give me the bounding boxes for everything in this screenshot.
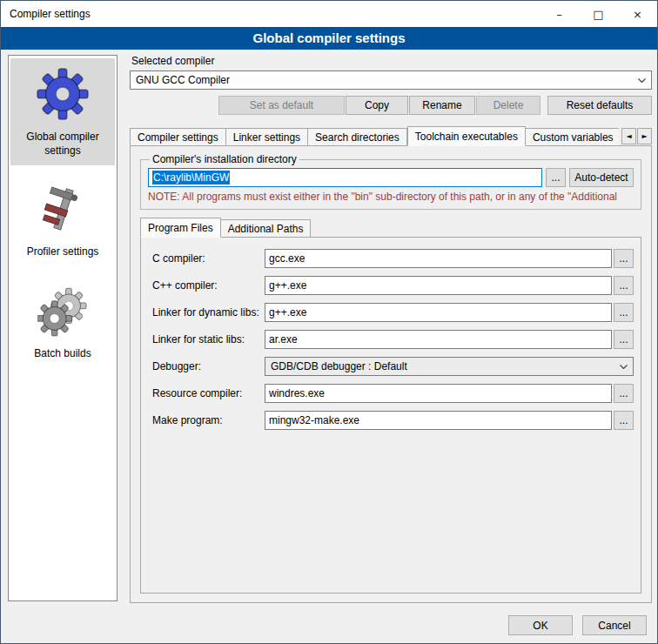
make-program-browse-button[interactable]: ... [614,411,634,430]
c-compiler-browse-button[interactable]: ... [614,249,634,268]
close-button[interactable]: × [618,1,657,27]
debugger-value: GDB/CDB debugger : Default [271,360,615,372]
minimize-button[interactable]: – [540,1,579,27]
reset-defaults-button[interactable]: Reset defaults [547,96,652,115]
blue-gear-icon [36,67,90,121]
tab-linker-settings[interactable]: Linker settings [226,128,308,146]
profiler-clamp-icon [37,185,88,236]
make-program-row: Make program: mingw32-make.exe ... [152,411,634,430]
tab-custom-variables[interactable]: Custom variables [526,128,619,146]
debugger-row: Debugger: GDB/CDB debugger : Default [152,357,634,376]
static-linker-browse-button[interactable]: ... [614,330,634,349]
delete-button: Delete [476,96,540,115]
compiler-actions: Set as default Copy Rename Delete Reset … [130,96,652,115]
sidebar-item-label: Global compiler settings [12,131,113,158]
dynamic-linker-browse-button[interactable]: ... [614,303,634,322]
chevron-down-icon [615,365,628,369]
subtab-additional-paths[interactable]: Additional Paths [221,219,312,238]
cpp-compiler-input[interactable]: g++.exe [265,276,612,295]
selected-compiler-dropdown[interactable]: GNU GCC Compiler [130,70,652,90]
sidebar-item-label: Profiler settings [27,245,99,259]
dynamic-linker-label: Linker for dynamic libs: [152,306,265,319]
make-program-label: Make program: [152,414,265,426]
tab-search-directories[interactable]: Search directories [308,128,407,146]
tab-scroll-right-icon[interactable]: ► [637,128,652,144]
dynamic-linker-row: Linker for dynamic libs: g++.exe ... [152,303,634,322]
resource-compiler-row: Resource compiler: windres.exe ... [152,384,634,403]
tab-scroll-left-icon[interactable]: ◄ [621,128,636,144]
rename-button[interactable]: Rename [409,96,475,115]
sidebar-item-batch-builds[interactable]: Batch builds [10,278,115,369]
copy-button[interactable]: Copy [346,96,408,115]
sidebar-item-global-compiler-settings[interactable]: Global compiler settings [10,58,115,165]
sidebar-item-label: Batch builds [34,347,91,361]
page-title: Global compiler settings [1,27,657,50]
debugger-label: Debugger: [152,360,265,372]
compiler-settings-window: Compiler settings – □ × Global compiler … [0,0,658,644]
gray-gears-icon [37,287,88,338]
chevron-down-icon [634,78,646,83]
selected-compiler-value: GNU GCC Compiler [136,74,634,86]
auto-detect-button[interactable]: Auto-detect [569,168,634,187]
dialog-buttons: OK Cancel [508,615,647,635]
static-linker-input[interactable]: ar.exe [265,330,612,349]
maximize-button[interactable]: □ [579,1,618,27]
static-linker-row: Linker for static libs: ar.exe ... [152,330,634,349]
tabs-scroll-area: Compiler settings Linker settings Search… [130,126,619,146]
program-files-panel: C compiler: gcc.exe ... C++ compiler: g+… [140,237,641,594]
installation-directory-group: Compiler's installation directory C:\ray… [140,153,641,210]
set-as-default-button: Set as default [218,96,345,115]
tab-toolchain-executables[interactable]: Toolchain executables [407,126,526,146]
dynamic-linker-input[interactable]: g++.exe [265,303,612,322]
installation-directory-legend: Compiler's installation directory [150,153,299,165]
ok-button[interactable]: OK [508,615,573,635]
tab-scroll-buttons: ◄ ► [621,128,652,146]
subtab-program-files[interactable]: Program Files [140,218,221,238]
installation-directory-browse-button[interactable]: ... [546,168,566,187]
program-files-tabstrip: Program Files Additional Paths [140,218,641,238]
settings-category-list: Global compiler settings Profiler settin… [8,55,118,601]
installation-directory-input[interactable]: C:\raylib\MinGW [148,168,542,187]
cpp-compiler-row: C++ compiler: g++.exe ... [152,276,634,295]
c-compiler-label: C compiler: [152,252,265,265]
bin-subdirectory-note: NOTE: All programs must exist either in … [148,191,634,203]
c-compiler-row: C compiler: gcc.exe ... [152,249,634,268]
settings-tabstrip: Compiler settings Linker settings Search… [130,126,652,146]
c-compiler-input[interactable]: gcc.exe [265,249,612,268]
installation-directory-value: C:\raylib\MinGW [152,171,230,184]
resource-compiler-browse-button[interactable]: ... [614,384,634,403]
tab-compiler-settings[interactable]: Compiler settings [130,128,226,146]
cpp-compiler-label: C++ compiler: [152,279,265,292]
selected-compiler-label: Selected compiler [131,55,652,67]
cancel-button[interactable]: Cancel [582,615,647,635]
main-panel: Selected compiler GNU GCC Compiler Set a… [130,55,652,603]
resource-compiler-input[interactable]: windres.exe [265,384,612,403]
resource-compiler-label: Resource compiler: [152,387,265,399]
toolchain-executables-panel: Compiler's installation directory C:\ray… [130,145,652,603]
window-title: Compiler settings [1,8,91,20]
titlebar: Compiler settings – □ × [1,1,657,27]
make-program-input[interactable]: mingw32-make.exe [265,411,612,430]
sidebar-item-profiler-settings[interactable]: Profiler settings [10,177,115,267]
static-linker-label: Linker for static libs: [152,333,265,345]
window-controls: – □ × [540,1,657,27]
cpp-compiler-browse-button[interactable]: ... [614,276,634,295]
debugger-dropdown[interactable]: GDB/CDB debugger : Default [265,357,634,376]
